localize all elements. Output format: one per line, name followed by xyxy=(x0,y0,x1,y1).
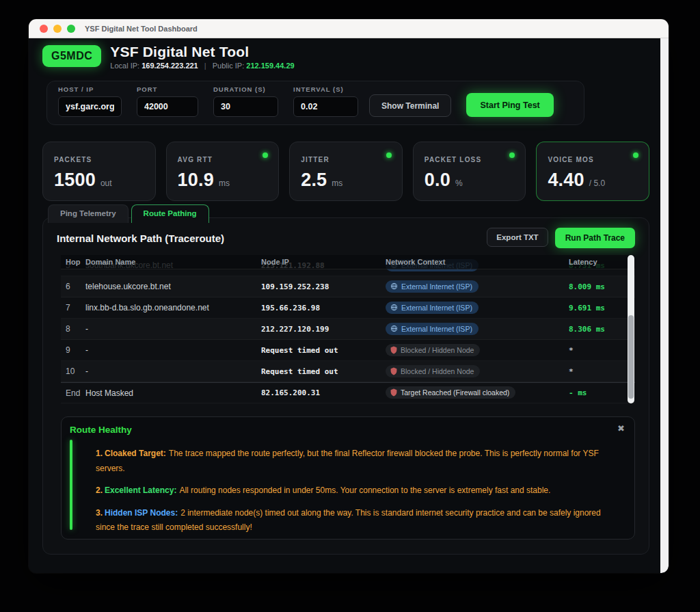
column-network-context: Network Context xyxy=(386,258,569,266)
run-path-trace-button[interactable]: Run Path Trace xyxy=(555,228,635,248)
minimize-window-button[interactable] xyxy=(53,25,62,33)
tab-bar: Ping Telemetry Route Pathing xyxy=(48,204,660,223)
table-row: 6 telehouse.ukcore.bt.net 109.159.252.23… xyxy=(61,276,635,297)
domain-cell: - xyxy=(85,345,261,355)
badge-label: Target Reached (Firewall cloaked) xyxy=(401,388,509,397)
table-row: 10 - Request timed out xyxy=(61,361,635,382)
alert-item: 2.Excellent Latency:All routing nodes re… xyxy=(96,483,617,498)
stat-label: VOICE MOS xyxy=(548,156,593,163)
hop-cell: 6 xyxy=(61,282,85,291)
control-panel: HOST / IP PORT DURATION (S) INTERVAL (S)… xyxy=(46,81,584,125)
hop-cell: End xyxy=(61,388,85,398)
local-ip-label: Local IP: xyxy=(110,62,139,70)
close-window-button[interactable] xyxy=(40,25,48,33)
globe-icon xyxy=(390,325,398,332)
field-input[interactable] xyxy=(58,96,122,117)
badge-label: Blocked / Hidden Node xyxy=(401,346,474,354)
hop-cell: 10 xyxy=(61,367,85,376)
field-input[interactable] xyxy=(213,96,278,117)
field-label: INTERVAL (S) xyxy=(293,85,358,93)
domain-cell: - xyxy=(85,324,261,334)
stat-unit: ms xyxy=(219,178,230,188)
badge-label: External Internet (ISP) xyxy=(401,325,472,333)
table-row: 8 - 212.227.120.199 xyxy=(61,319,635,340)
table-scrollbar[interactable] xyxy=(628,255,634,403)
latency-cell: 9.691 ms xyxy=(569,304,635,312)
globe-icon xyxy=(390,282,398,290)
badge-label: External Internet (ISP) xyxy=(401,282,472,291)
table-rows: 5 southbank.ukcore.bt.net 213.121.192.88 xyxy=(61,255,635,403)
field-input[interactable] xyxy=(137,96,198,117)
context-badge: Target Reached (Firewall cloaked) xyxy=(386,386,515,399)
badge-label: Blocked / Hidden Node xyxy=(401,367,474,375)
stat-label: PACKET LOSS xyxy=(425,156,482,163)
field-input[interactable] xyxy=(293,96,358,117)
show-terminal-button[interactable]: Show Terminal xyxy=(369,94,451,117)
alert-item: 3.Hidden ISP Nodes:2 intermediate node(s… xyxy=(96,506,617,535)
hop-cell: 9 xyxy=(61,345,85,355)
latency-cell: 8.009 ms xyxy=(569,282,635,291)
table-row: 7 linx.bb-d.ba.slo.gb.oneandone.net 195.… xyxy=(61,297,635,319)
table-row: 9 - Request timed out xyxy=(61,340,635,361)
tab-route-pathing[interactable]: Route Pathing xyxy=(131,204,209,223)
status-dot-icon xyxy=(509,152,515,158)
column-hop: Hop xyxy=(61,258,85,266)
app-title: YSF Digital Net Tool xyxy=(110,44,294,60)
control-field: DURATION (S) xyxy=(213,85,278,117)
stat-value: 4.40 xyxy=(548,170,584,191)
window-title: YSF Digital Net Tool Dashboard xyxy=(85,25,198,33)
hop-cell: 8 xyxy=(61,324,85,334)
status-dot-icon xyxy=(633,152,638,158)
control-field: HOST / IP xyxy=(58,85,122,117)
field-label: DURATION (S) xyxy=(213,85,278,93)
domain-cell: linx.bb-d.ba.slo.gb.oneandone.net xyxy=(85,303,261,312)
item-text: All routing nodes responded in under 50m… xyxy=(179,485,550,495)
stat-card: AVG RTT 10.9 ms xyxy=(166,142,280,201)
item-number: 1. xyxy=(96,449,103,458)
panel-title: Internal Network Path (Traceroute) xyxy=(57,232,224,244)
start-ping-test-button[interactable]: Start Ping Test xyxy=(466,93,553,117)
stat-unit: out xyxy=(100,178,112,188)
stat-unit: ms xyxy=(332,178,342,188)
stat-card: VOICE MOS 4.40 / 5.0 xyxy=(536,142,649,201)
hop-cell: 7 xyxy=(61,303,85,312)
window-scrollbar[interactable] xyxy=(660,38,669,573)
trace-table: Hop Domain Name Node IP Network Context … xyxy=(61,255,635,405)
node-ip-cell: 82.165.200.31 xyxy=(261,388,386,397)
stat-value: 2.5 xyxy=(301,170,327,191)
status-dot-icon xyxy=(386,152,392,158)
stat-label: PACKETS xyxy=(54,156,92,163)
latency-cell: * xyxy=(569,346,635,355)
context-badge: Blocked / Hidden Node xyxy=(386,365,480,377)
field-label: PORT xyxy=(137,85,198,93)
tab-label: Route Pathing xyxy=(144,209,197,217)
item-lead: Hidden ISP Nodes: xyxy=(105,508,178,518)
shield-icon xyxy=(390,367,397,375)
close-alert-icon[interactable]: ✖ xyxy=(617,424,625,433)
item-text: The trace mapped the route perfectly, bu… xyxy=(96,449,599,473)
alert-title: Route Healthy xyxy=(62,417,634,435)
status-dot-icon xyxy=(262,152,268,158)
node-ip-cell: Request timed out xyxy=(261,367,386,376)
callsign-badge: G5MDC xyxy=(42,45,101,67)
stat-label: JITTER xyxy=(301,156,329,163)
ip-separator: | xyxy=(204,62,206,70)
window-titlebar: YSF Digital Net Tool Dashboard xyxy=(29,19,669,38)
domain-cell: telehouse.ukcore.bt.net xyxy=(85,282,261,291)
latency-cell: * xyxy=(569,367,635,376)
item-number: 3. xyxy=(96,508,103,518)
export-txt-button[interactable]: Export TXT xyxy=(487,228,548,247)
stat-unit: % xyxy=(455,178,463,188)
context-badge: External Internet (ISP) xyxy=(386,280,479,293)
context-badge: Blocked / Hidden Node xyxy=(386,344,480,356)
table-scrollbar-thumb[interactable] xyxy=(628,315,634,399)
fullscreen-window-button[interactable] xyxy=(67,25,75,33)
column-latency: Latency xyxy=(569,258,635,266)
stat-value: 1500 xyxy=(54,170,96,191)
column-domain-name: Domain Name xyxy=(85,258,261,266)
route-health-alert: Route Healthy ✖ 1.Cloaked Target:The tra… xyxy=(61,416,635,540)
shield-icon xyxy=(390,346,397,354)
stat-card: PACKETS 1500 out xyxy=(42,142,156,201)
alert-list: 1.Cloaked Target:The trace mapped the ro… xyxy=(96,447,617,535)
tab-ping-telemetry[interactable]: Ping Telemetry xyxy=(48,204,129,223)
